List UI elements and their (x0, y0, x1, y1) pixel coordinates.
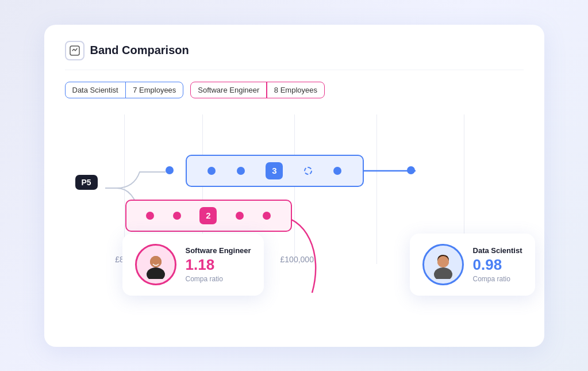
standalone-blue-dot-right (407, 166, 415, 174)
blue-dot-3 (333, 167, 341, 175)
blue-band-box: 3 (186, 155, 364, 187)
filter-role-label: Data Scientist (66, 82, 125, 98)
main-card: Band Comparison Data Scientist 7 Employe… (44, 25, 544, 347)
p5-label: P5 (75, 175, 98, 190)
filter-count-label: 7 Employees (126, 82, 183, 98)
pink-dot-3 (236, 212, 244, 220)
software-engineer-card: Software Engineer 1.18 Compa ratio (122, 234, 264, 296)
chart-area: P5 3 2 £80,000 £100,000 (65, 114, 524, 264)
software-engineer-avatar (135, 244, 176, 285)
band-comparison-icon (65, 41, 84, 60)
software-engineer-ratio-label: Compa ratio (186, 275, 251, 283)
data-scientist-ratio-label: Compa ratio (473, 275, 522, 283)
pink-band-number: 2 (199, 207, 217, 224)
page-title: Band Comparison (90, 44, 189, 57)
software-engineer-ratio: 1.18 (186, 256, 251, 274)
filter-software-engineer[interactable]: Software Engineer 8 Employees (190, 82, 325, 98)
pink-dot-2 (173, 212, 181, 220)
filter-role-label: Software Engineer (191, 82, 266, 98)
card-header: Band Comparison (65, 41, 524, 70)
standalone-blue-dot-left (166, 166, 174, 174)
pink-band-box: 2 (125, 200, 292, 232)
filter-data-scientist[interactable]: Data Scientist 7 Employees (65, 82, 184, 98)
data-scientist-role: Data Scientist (473, 246, 522, 255)
filter-count-label: 8 Employees (267, 82, 324, 98)
svg-point-7 (437, 256, 449, 267)
pink-dot-1 (146, 212, 154, 220)
blue-dot-outlined (304, 167, 312, 175)
data-scientist-info: Data Scientist 0.98 Compa ratio (473, 246, 522, 283)
data-scientist-card: Data Scientist 0.98 Compa ratio (410, 234, 535, 296)
blue-dot-2 (237, 167, 245, 175)
data-scientist-ratio: 0.98 (473, 256, 522, 274)
software-engineer-role: Software Engineer (186, 246, 251, 255)
salary-100k: £100,000 (280, 255, 314, 264)
filter-row: Data Scientist 7 Employees Software Engi… (65, 82, 524, 98)
data-scientist-avatar (422, 244, 464, 285)
svg-point-6 (434, 267, 452, 279)
blue-dot-1 (207, 167, 216, 175)
software-engineer-info: Software Engineer 1.18 Compa ratio (186, 246, 251, 283)
blue-band-number: 3 (266, 162, 283, 179)
svg-point-3 (147, 267, 165, 279)
pink-dot-4 (263, 212, 271, 220)
